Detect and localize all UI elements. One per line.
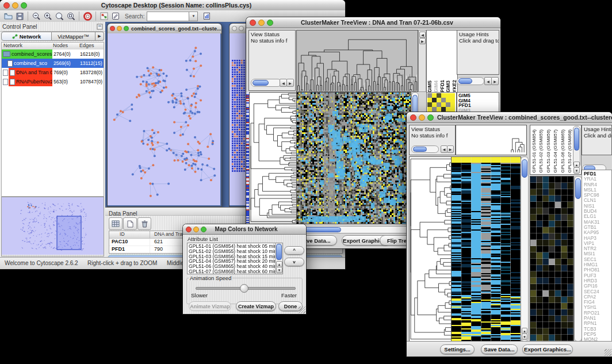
minimize-icon[interactable] xyxy=(117,26,122,31)
minimize-icon[interactable] xyxy=(419,114,425,121)
network-row[interactable]: combined_scores2764(0)16218(0) xyxy=(2,49,104,59)
matrix-cell[interactable] xyxy=(446,107,450,112)
network-row[interactable]: combined_sco2569(6)13112(15) xyxy=(2,59,104,68)
matrix-cell[interactable] xyxy=(427,107,432,112)
tab-overflow-button[interactable]: ▶ xyxy=(95,32,104,41)
matrix-cell[interactable] xyxy=(437,93,441,98)
tv2-export-graphics-button[interactable]: Export Graphics... xyxy=(522,344,573,354)
attribute-list-scrollbar[interactable]: ▲ ▼ xyxy=(275,243,282,274)
close-icon[interactable] xyxy=(410,114,416,121)
tv2-save-data-button[interactable]: Save Data... xyxy=(481,344,518,354)
tv1-zoom-slider-right[interactable] xyxy=(457,77,484,85)
tv1-row-dendrogram[interactable] xyxy=(249,92,297,224)
zoom-out-button[interactable] xyxy=(30,11,42,21)
network-view-titlebar[interactable]: combined_scores_good.txt--cluste... xyxy=(108,24,221,34)
scroll-down-button[interactable]: ▼ xyxy=(276,267,282,273)
close-icon[interactable] xyxy=(3,2,10,9)
move-down-button[interactable]: v xyxy=(284,258,304,266)
matrix-cell[interactable] xyxy=(437,107,441,112)
network-list-empty-area[interactable] xyxy=(1,86,104,197)
help-button[interactable] xyxy=(82,11,93,21)
datapanel-table-button[interactable] xyxy=(109,217,123,230)
slider-thumb[interactable] xyxy=(240,284,248,293)
plugins-button[interactable] xyxy=(98,11,110,21)
scroll-right-button[interactable]: ▶ xyxy=(447,145,454,153)
scrollbar-thumb[interactable] xyxy=(522,159,527,178)
scroll-right-button[interactable]: ▶ xyxy=(491,77,499,85)
close-icon[interactable] xyxy=(232,26,237,31)
pane-right-button[interactable]: ▶ xyxy=(419,38,426,44)
scroll-down-button[interactable]: ▼ xyxy=(522,334,527,340)
main-titlebar[interactable]: Cytoscape Desktop (Session Name: collins… xyxy=(0,0,345,11)
zoom-in-button[interactable] xyxy=(42,11,53,21)
tab-network[interactable]: Network xyxy=(1,32,52,41)
tv2-heatmap-v-scrollbar[interactable]: ▲ ▼ xyxy=(521,156,529,342)
close-icon[interactable] xyxy=(186,227,192,232)
matrix-cell[interactable] xyxy=(427,98,432,102)
tv2-settings-button[interactable]: Settings... xyxy=(440,344,475,354)
slider-thumb[interactable] xyxy=(413,147,427,152)
zoom-window-icon[interactable] xyxy=(21,2,27,9)
zoom-fit-button[interactable] xyxy=(53,11,65,21)
tab-vizmapper[interactable]: VizMapper™ xyxy=(52,32,95,41)
scrollbar-thumb[interactable] xyxy=(276,244,282,260)
dialog-titlebar[interactable]: Map Colors to Network xyxy=(183,224,306,235)
attribute-list-item[interactable]: GPL51-07 (GSM868) heat shock 60 min xyxy=(189,269,274,274)
new-attribute-button[interactable] xyxy=(123,217,137,230)
move-up-button[interactable]: ^ xyxy=(284,246,304,255)
tv1-heatmap[interactable] xyxy=(296,92,411,224)
float-panel-icon[interactable] xyxy=(97,24,103,30)
save-button[interactable] xyxy=(14,11,25,21)
matrix-cell[interactable] xyxy=(427,93,432,98)
tv2-zoom-heatmap[interactable] xyxy=(530,176,574,342)
slider-thumb[interactable] xyxy=(253,80,269,86)
network-row[interactable]: RNAPuberNov2+563(0)107847(0) xyxy=(2,77,104,86)
matrix-cell[interactable] xyxy=(441,102,446,107)
animate-vizmap-button[interactable]: Animate Vizmap xyxy=(189,301,231,311)
zoom-window-icon[interactable] xyxy=(267,20,273,26)
zoom-window-icon[interactable] xyxy=(201,227,206,232)
report-button[interactable] xyxy=(201,11,213,21)
tv2-zoom-scrollbar[interactable] xyxy=(574,176,582,342)
matrix-cell[interactable] xyxy=(441,107,446,112)
matrix-cell[interactable] xyxy=(450,107,455,112)
matrix-cell[interactable] xyxy=(446,102,450,107)
resize-grip[interactable] xyxy=(299,306,305,313)
treeview2-titlebar[interactable]: ClusterMaker TreeView : combined_scores_… xyxy=(407,112,612,123)
matrix-cell[interactable] xyxy=(450,98,455,102)
zoom-window-icon[interactable] xyxy=(124,26,129,31)
matrix-cell[interactable] xyxy=(450,93,455,98)
matrix-cell[interactable] xyxy=(432,107,437,112)
zoom-selected-button[interactable] xyxy=(65,11,76,21)
minimize-icon[interactable] xyxy=(239,26,244,31)
create-vizmap-button[interactable]: Create Vizmap xyxy=(236,301,276,311)
close-icon[interactable] xyxy=(250,20,256,26)
treeview1-titlebar[interactable]: ClusterMaker TreeView : DNA and Tran 07-… xyxy=(246,17,500,28)
scrollbar-thumb[interactable] xyxy=(574,128,579,151)
annotation-button[interactable] xyxy=(110,11,121,21)
matrix-cell[interactable] xyxy=(432,93,437,98)
matrix-cell[interactable] xyxy=(437,102,441,107)
matrix-cell[interactable] xyxy=(427,102,432,107)
open-button[interactable] xyxy=(2,11,14,21)
zoom-window-icon[interactable] xyxy=(427,114,434,121)
network-row[interactable]: DNA and Tran 07769(0)183728(0) xyxy=(2,68,104,77)
network-overview-panel[interactable] xyxy=(1,197,104,256)
minimize-icon[interactable] xyxy=(193,227,199,232)
animation-speed-slider[interactable] xyxy=(196,287,296,290)
delete-attribute-button[interactable] xyxy=(137,217,151,230)
pane-left-button[interactable]: ◀ xyxy=(419,32,426,38)
tv2-zoom-slider[interactable] xyxy=(411,145,439,153)
tv2-row-dendrogram[interactable] xyxy=(409,156,452,342)
overview-canvas[interactable] xyxy=(2,197,104,255)
matrix-cell[interactable] xyxy=(437,98,441,102)
scrollbar-thumb[interactable] xyxy=(575,178,581,199)
matrix-cell[interactable] xyxy=(446,98,450,102)
scroll-down-button[interactable]: ▼ xyxy=(573,167,580,174)
tv1-zoom-slider[interactable] xyxy=(251,79,282,87)
matrix-cell[interactable] xyxy=(446,93,450,98)
minimize-icon[interactable] xyxy=(258,20,265,26)
matrix-cell[interactable] xyxy=(432,102,437,107)
search-dropdown-button[interactable]: ▼ xyxy=(189,12,198,21)
slider-thumb[interactable] xyxy=(458,78,472,84)
